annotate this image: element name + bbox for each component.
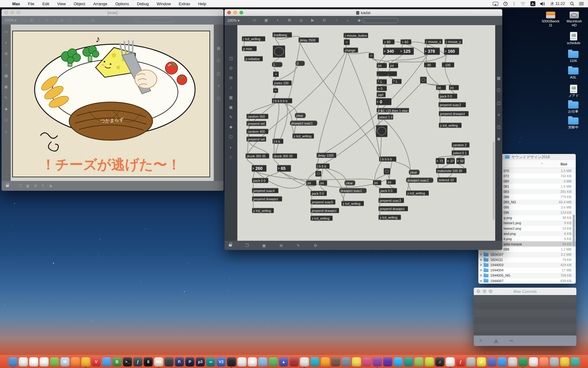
max-object-box[interactable]: pack 0 0 (311, 191, 327, 196)
max-button[interactable] (384, 168, 390, 174)
sidebar-icon[interactable]: ◫ (215, 96, 223, 100)
menu-clock[interactable]: 水 11:22 (550, 1, 565, 6)
max-object-box[interactable]: r mouse_x (425, 39, 443, 44)
dock-app-icon[interactable] (227, 357, 236, 366)
menu-item-arrange[interactable]: Arrange (93, 2, 107, 6)
dock-app-icon[interactable]: 8 (144, 357, 153, 366)
spotlight-search-icon[interactable] (570, 2, 574, 6)
max-button[interactable] (376, 125, 387, 137)
dock-app-icon[interactable] (29, 357, 38, 366)
close-button[interactable] (227, 11, 231, 14)
toolbar-icon[interactable]: ▣ (260, 18, 272, 23)
max-console-window[interactable]: Max Console ✕ ⬅ (474, 288, 576, 346)
kadai-canvas-scrollbar[interactable] (493, 142, 495, 220)
dock-app-icon[interactable]: Pd (154, 357, 163, 366)
dock-app-icon[interactable] (529, 357, 538, 366)
max-object-box[interactable]: * 1. (377, 79, 387, 84)
max-object-box[interactable]: sqrt (377, 92, 386, 97)
desktop-icon-ASL[interactable]: ASL (558, 67, 588, 79)
dock-app-icon[interactable]: B (112, 357, 122, 366)
max-message-box[interactable]: clear (345, 180, 355, 186)
input-source-icon[interactable]: あ (530, 1, 535, 6)
max-object-box[interactable]: int (389, 63, 398, 68)
sidebar-icon[interactable]: ▦ (225, 95, 237, 100)
disclosure-triangle-icon[interactable] (481, 264, 482, 266)
dock-app-icon[interactable] (269, 357, 278, 366)
dock-app-icon[interactable] (50, 357, 59, 366)
minimize-button[interactable] (233, 11, 237, 14)
max-number-box[interactable]: 0 (376, 98, 391, 105)
toolbar-icon[interactable]: ◗ (272, 18, 284, 23)
bluetooth-icon[interactable] (513, 2, 515, 6)
max-object-box[interactable]: p moe (242, 46, 257, 51)
dock-app-icon[interactable] (8, 357, 17, 366)
moe-titlebar[interactable]: [moe] (2, 9, 224, 16)
dock-app-icon[interactable]: ✻ (248, 357, 257, 366)
sidebar-icon[interactable]: ☆ (2, 130, 10, 134)
max-button[interactable] (420, 77, 427, 83)
audio-icon[interactable]: ◉ (47, 184, 55, 188)
search-input[interactable]: ⌕ (362, 18, 398, 23)
patchcords-icon[interactable]: ✎ (39, 184, 47, 188)
menu-item-object[interactable]: Object (74, 2, 85, 6)
layers-icon[interactable]: ❐ (16, 184, 24, 188)
toolbar-icon[interactable]: ◎ (295, 18, 307, 23)
size-column-header[interactable]: Size (560, 162, 567, 166)
toolbar-icon[interactable]: ◗ (36, 18, 43, 23)
sidebar-icon[interactable]: ◆ (225, 125, 237, 129)
max-message-box[interactable]: 0 (296, 61, 305, 66)
file-row[interactable]: 182411179 KB (478, 257, 576, 263)
max-number-box[interactable]: 72 (436, 158, 445, 164)
toolbar-icon[interactable]: ◎ (51, 18, 58, 23)
max-object-box[interactable]: loadbang (273, 32, 292, 37)
dock-app-icon[interactable]: ♪ (446, 357, 455, 366)
dock-app-icon[interactable] (373, 357, 382, 366)
toolbar-icon[interactable]: ▭ (20, 18, 28, 23)
console-log-area[interactable] (474, 295, 576, 335)
dock-app-icon[interactable]: ∞ (206, 357, 215, 366)
toolbar-icon[interactable]: ＋ (342, 18, 353, 23)
dock-app-icon[interactable] (394, 357, 403, 366)
toolbar-icon[interactable]: ＋ (81, 18, 89, 23)
toolbar-icon[interactable]: ⊟ (318, 18, 330, 23)
minimize-button[interactable] (10, 11, 14, 14)
max-object-box[interactable]: noteout 10 (437, 177, 457, 182)
max-object-box[interactable]: int (319, 180, 327, 186)
max-object-box[interactable]: random 2 (452, 142, 469, 148)
max-number-box[interactable]: 50 (456, 158, 465, 164)
display-airplay-icon[interactable] (493, 2, 498, 6)
max-object-box[interactable]: pack 0 0 (252, 178, 268, 183)
dock-app-icon[interactable]: V (92, 357, 101, 366)
lock-icon[interactable] (6, 185, 9, 187)
dock-app-icon[interactable]: P (185, 357, 194, 366)
menu-item-extras[interactable]: Extras (179, 2, 190, 6)
max-object-box[interactable]: + 80 (383, 39, 394, 44)
menu-item-view[interactable]: View (57, 2, 66, 6)
dock-app-icon[interactable] (321, 357, 330, 366)
desktop-icon-お仕事[interactable]: お仕事 (558, 102, 588, 113)
disclosure-triangle-icon[interactable] (481, 280, 482, 282)
moe-canvas[interactable]: つかまらず ♪ (11, 25, 214, 181)
max-number-box[interactable]: 37 (447, 158, 455, 164)
dock-app-icon[interactable] (425, 357, 434, 366)
max-object-box[interactable]: r mouse_y (445, 39, 462, 44)
notification-center-icon[interactable] (579, 2, 584, 6)
dock-app-icon[interactable]: ✓ (477, 357, 486, 366)
menu-item-max[interactable]: Max (12, 2, 20, 6)
max-object-box[interactable]: delay 1000 (317, 153, 336, 158)
max-number-box[interactable]: 378 (424, 48, 440, 55)
bottombar-icon[interactable]: ⚙ (310, 243, 321, 248)
max-object-box[interactable]: s lcd_writing (252, 208, 274, 213)
dock-app-icon[interactable]: ƒ (456, 357, 465, 366)
max-object-box[interactable]: prepend drawpict (439, 111, 469, 116)
sidebar-icon[interactable]: ⊞ (225, 75, 237, 80)
sidebar-icon[interactable]: ◎ (225, 66, 237, 70)
dock-app-icon[interactable]: ▲ (279, 357, 288, 366)
toolbar-icon[interactable]: ◆ (89, 18, 97, 23)
dock-app-icon[interactable]: p3 (196, 357, 205, 366)
max-object-box[interactable]: change (344, 48, 358, 53)
lock-icon[interactable] (229, 244, 232, 247)
max-object-box[interactable]: prepend suac2 (439, 102, 466, 107)
menu-item-debug[interactable]: Debug (137, 2, 149, 6)
volume-icon[interactable] (540, 2, 545, 6)
